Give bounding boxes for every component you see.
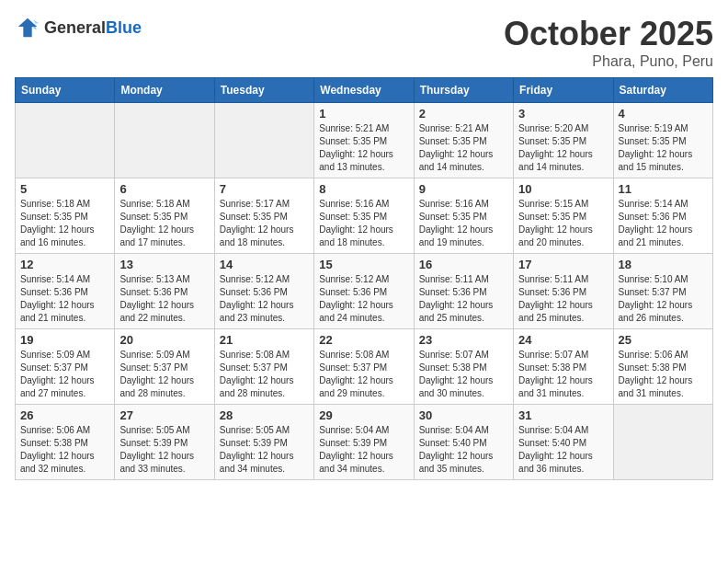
day-number: 10 bbox=[518, 182, 608, 196]
day-cell: 15Sunrise: 5:12 AM Sunset: 5:36 PM Dayli… bbox=[314, 254, 414, 329]
day-number: 4 bbox=[619, 107, 708, 121]
day-info: Sunrise: 5:21 AM Sunset: 5:35 PM Dayligh… bbox=[319, 122, 408, 174]
dow-header-tuesday: Tuesday bbox=[214, 78, 313, 103]
day-number: 24 bbox=[518, 333, 608, 347]
day-cell: 23Sunrise: 5:07 AM Sunset: 5:38 PM Dayli… bbox=[414, 329, 513, 405]
day-cell: 4Sunrise: 5:19 AM Sunset: 5:35 PM Daylig… bbox=[613, 103, 712, 178]
logo-text: GeneralBlue bbox=[44, 18, 142, 38]
day-info: Sunrise: 5:20 AM Sunset: 5:35 PM Dayligh… bbox=[518, 122, 608, 174]
day-number: 12 bbox=[20, 258, 109, 271]
location-title: Phara, Puno, Peru bbox=[504, 53, 713, 70]
day-info: Sunrise: 5:18 AM Sunset: 5:35 PM Dayligh… bbox=[20, 198, 109, 249]
day-cell: 18Sunrise: 5:10 AM Sunset: 5:37 PM Dayli… bbox=[613, 254, 712, 329]
day-info: Sunrise: 5:08 AM Sunset: 5:37 PM Dayligh… bbox=[319, 349, 408, 400]
day-number: 18 bbox=[619, 258, 708, 271]
logo-icon bbox=[15, 15, 40, 40]
day-cell bbox=[613, 405, 712, 480]
day-cell: 14Sunrise: 5:12 AM Sunset: 5:36 PM Dayli… bbox=[214, 254, 313, 329]
day-info: Sunrise: 5:14 AM Sunset: 5:36 PM Dayligh… bbox=[20, 273, 109, 325]
dow-header-sunday: Sunday bbox=[16, 78, 115, 103]
day-info: Sunrise: 5:09 AM Sunset: 5:37 PM Dayligh… bbox=[119, 349, 209, 400]
day-number: 25 bbox=[619, 333, 708, 347]
days-of-week-row: SundayMondayTuesdayWednesdayThursdayFrid… bbox=[16, 78, 713, 103]
day-info: Sunrise: 5:10 AM Sunset: 5:37 PM Dayligh… bbox=[619, 273, 708, 325]
day-cell: 28Sunrise: 5:05 AM Sunset: 5:39 PM Dayli… bbox=[214, 405, 313, 480]
day-number: 13 bbox=[119, 258, 209, 271]
day-info: Sunrise: 5:11 AM Sunset: 5:36 PM Dayligh… bbox=[419, 273, 508, 325]
day-cell: 29Sunrise: 5:04 AM Sunset: 5:39 PM Dayli… bbox=[314, 405, 414, 480]
day-info: Sunrise: 5:06 AM Sunset: 5:38 PM Dayligh… bbox=[20, 424, 109, 476]
day-info: Sunrise: 5:11 AM Sunset: 5:36 PM Dayligh… bbox=[518, 273, 608, 325]
day-info: Sunrise: 5:04 AM Sunset: 5:40 PM Dayligh… bbox=[419, 424, 508, 476]
day-number: 21 bbox=[220, 333, 309, 347]
day-info: Sunrise: 5:04 AM Sunset: 5:39 PM Dayligh… bbox=[319, 424, 408, 476]
day-number: 9 bbox=[419, 182, 508, 196]
day-info: Sunrise: 5:19 AM Sunset: 5:35 PM Dayligh… bbox=[619, 122, 708, 174]
day-info: Sunrise: 5:14 AM Sunset: 5:36 PM Dayligh… bbox=[619, 198, 708, 249]
day-info: Sunrise: 5:21 AM Sunset: 5:35 PM Dayligh… bbox=[419, 122, 508, 174]
day-cell: 30Sunrise: 5:04 AM Sunset: 5:40 PM Dayli… bbox=[414, 405, 513, 480]
day-info: Sunrise: 5:08 AM Sunset: 5:37 PM Dayligh… bbox=[220, 349, 309, 400]
day-number: 14 bbox=[220, 258, 309, 271]
day-number: 11 bbox=[619, 182, 708, 196]
day-number: 30 bbox=[419, 408, 508, 422]
day-info: Sunrise: 5:12 AM Sunset: 5:36 PM Dayligh… bbox=[220, 273, 309, 325]
day-info: Sunrise: 5:13 AM Sunset: 5:36 PM Dayligh… bbox=[119, 273, 209, 325]
day-info: Sunrise: 5:06 AM Sunset: 5:38 PM Dayligh… bbox=[619, 349, 708, 400]
day-cell: 5Sunrise: 5:18 AM Sunset: 5:35 PM Daylig… bbox=[16, 178, 115, 254]
week-row-4: 19Sunrise: 5:09 AM Sunset: 5:37 PM Dayli… bbox=[16, 329, 713, 405]
week-row-2: 5Sunrise: 5:18 AM Sunset: 5:35 PM Daylig… bbox=[16, 178, 713, 254]
day-cell: 27Sunrise: 5:05 AM Sunset: 5:39 PM Dayli… bbox=[115, 405, 214, 480]
day-info: Sunrise: 5:09 AM Sunset: 5:37 PM Dayligh… bbox=[20, 349, 109, 400]
week-row-5: 26Sunrise: 5:06 AM Sunset: 5:38 PM Dayli… bbox=[16, 405, 713, 480]
day-cell: 10Sunrise: 5:15 AM Sunset: 5:35 PM Dayli… bbox=[514, 178, 613, 254]
day-number: 1 bbox=[319, 107, 408, 121]
calendar-body: 1Sunrise: 5:21 AM Sunset: 5:35 PM Daylig… bbox=[16, 103, 713, 480]
day-number: 22 bbox=[319, 333, 408, 347]
dow-header-monday: Monday bbox=[115, 78, 214, 103]
day-cell bbox=[16, 103, 115, 178]
day-number: 2 bbox=[419, 107, 508, 121]
day-number: 16 bbox=[419, 258, 508, 271]
day-cell bbox=[115, 103, 214, 178]
day-cell: 9Sunrise: 5:16 AM Sunset: 5:35 PM Daylig… bbox=[414, 178, 513, 254]
day-number: 7 bbox=[220, 182, 309, 196]
month-title: October 2025 bbox=[504, 15, 713, 53]
day-cell: 11Sunrise: 5:14 AM Sunset: 5:36 PM Dayli… bbox=[613, 178, 712, 254]
title-area: October 2025 Phara, Puno, Peru bbox=[504, 15, 713, 70]
day-number: 28 bbox=[220, 408, 309, 422]
day-cell: 13Sunrise: 5:13 AM Sunset: 5:36 PM Dayli… bbox=[115, 254, 214, 329]
day-cell: 12Sunrise: 5:14 AM Sunset: 5:36 PM Dayli… bbox=[16, 254, 115, 329]
day-number: 20 bbox=[119, 333, 209, 347]
day-cell: 22Sunrise: 5:08 AM Sunset: 5:37 PM Dayli… bbox=[314, 329, 414, 405]
day-cell: 6Sunrise: 5:18 AM Sunset: 5:35 PM Daylig… bbox=[115, 178, 214, 254]
day-number: 19 bbox=[20, 333, 109, 347]
day-number: 3 bbox=[518, 107, 608, 121]
day-cell: 25Sunrise: 5:06 AM Sunset: 5:38 PM Dayli… bbox=[613, 329, 712, 405]
day-info: Sunrise: 5:05 AM Sunset: 5:39 PM Dayligh… bbox=[220, 424, 309, 476]
day-cell: 20Sunrise: 5:09 AM Sunset: 5:37 PM Dayli… bbox=[115, 329, 214, 405]
day-info: Sunrise: 5:07 AM Sunset: 5:38 PM Dayligh… bbox=[518, 349, 608, 400]
day-number: 15 bbox=[319, 258, 408, 271]
day-cell bbox=[214, 103, 313, 178]
day-info: Sunrise: 5:17 AM Sunset: 5:35 PM Dayligh… bbox=[220, 198, 309, 249]
day-cell: 24Sunrise: 5:07 AM Sunset: 5:38 PM Dayli… bbox=[514, 329, 613, 405]
day-info: Sunrise: 5:16 AM Sunset: 5:35 PM Dayligh… bbox=[319, 198, 408, 249]
day-number: 5 bbox=[20, 182, 109, 196]
dow-header-thursday: Thursday bbox=[414, 78, 513, 103]
day-cell: 3Sunrise: 5:20 AM Sunset: 5:35 PM Daylig… bbox=[514, 103, 613, 178]
day-info: Sunrise: 5:12 AM Sunset: 5:36 PM Dayligh… bbox=[319, 273, 408, 325]
week-row-3: 12Sunrise: 5:14 AM Sunset: 5:36 PM Dayli… bbox=[16, 254, 713, 329]
dow-header-friday: Friday bbox=[514, 78, 613, 103]
day-info: Sunrise: 5:07 AM Sunset: 5:38 PM Dayligh… bbox=[419, 349, 508, 400]
dow-header-saturday: Saturday bbox=[613, 78, 712, 103]
day-cell: 8Sunrise: 5:16 AM Sunset: 5:35 PM Daylig… bbox=[314, 178, 414, 254]
day-cell: 26Sunrise: 5:06 AM Sunset: 5:38 PM Dayli… bbox=[16, 405, 115, 480]
dow-header-wednesday: Wednesday bbox=[314, 78, 414, 103]
day-number: 27 bbox=[119, 408, 209, 422]
day-number: 6 bbox=[119, 182, 209, 196]
day-number: 29 bbox=[319, 408, 408, 422]
logo: GeneralBlue bbox=[15, 15, 142, 40]
day-cell: 17Sunrise: 5:11 AM Sunset: 5:36 PM Dayli… bbox=[514, 254, 613, 329]
day-number: 23 bbox=[419, 333, 508, 347]
